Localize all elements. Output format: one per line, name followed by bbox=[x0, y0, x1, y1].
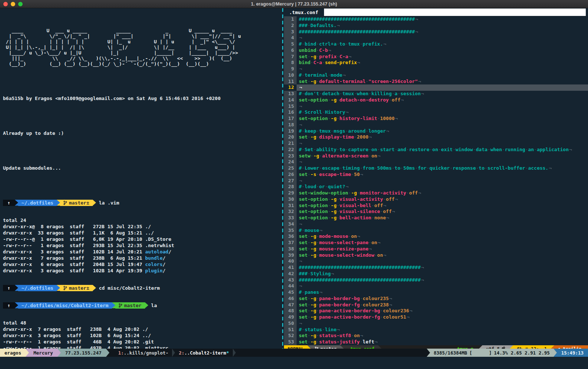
vim-line[interactable]: 10#·terminal·mode¬ bbox=[284, 72, 588, 79]
vim-line[interactable]: 23setw·-g·alternate-screen·on¬ bbox=[284, 153, 588, 159]
git-branch-icon bbox=[63, 286, 67, 290]
vim-line[interactable]: 19#·keep·tmux·msgs·around·longer¬ bbox=[284, 128, 588, 134]
vim-line[interactable]: 11set·-g·default-terminal·"screen-256col… bbox=[284, 79, 588, 85]
vim-line[interactable]: 17set-option·-g·history-limit·10000¬ bbox=[284, 116, 588, 122]
vim-line[interactable]: 5#·bind·ctrl+a·to·tmux·prefix.¬ bbox=[284, 41, 588, 47]
line-number: 41 bbox=[284, 265, 297, 271]
vim-line[interactable]: 42###·Styling¬ bbox=[284, 271, 588, 277]
vim-line[interactable]: 39set·-g·mouse-select-window·on¬ bbox=[284, 252, 588, 259]
vim-line[interactable]: 29set-window-option·-g·monitor-activity·… bbox=[284, 190, 588, 196]
vim-line[interactable]: 21¬ bbox=[284, 140, 588, 147]
vim-line[interactable]: 20set·-g·display-time·2000¬ bbox=[284, 134, 588, 140]
vim-line[interactable]: 6unbind·C-b¬ bbox=[284, 47, 588, 54]
powerline-arrow bbox=[554, 349, 557, 357]
vim-line[interactable]: 43######################################… bbox=[284, 277, 588, 283]
vim-line[interactable]: 14set-option·-g·detach-on-destroy·off¬ bbox=[284, 97, 588, 103]
powerline-arrow bbox=[106, 349, 109, 357]
git-branch-icon bbox=[119, 303, 122, 308]
prompt-branch-segment: master± bbox=[60, 285, 93, 291]
vim-line[interactable]: 8bind·C-a·send-prefix¬ bbox=[284, 60, 588, 66]
vim-line[interactable]: 37set·-g·mouse-select-pane·on¬ bbox=[284, 240, 588, 246]
vim-line[interactable]: 2###·Defaults.¬ bbox=[284, 23, 588, 29]
vim-line[interactable]: 50¬ bbox=[284, 320, 588, 327]
blank-line bbox=[3, 113, 282, 119]
prompt-line: ↑~/.dotfilesmaster±la .vim bbox=[3, 200, 282, 206]
vim-buffer[interactable]: 1#######################################… bbox=[284, 16, 588, 345]
file-row: drwxr-xr-x 6 eragos staff 204B 15 Jul 19… bbox=[3, 261, 282, 267]
memory-usage: 8385/16384MB bbox=[434, 350, 467, 356]
powerline-arrow bbox=[57, 349, 61, 357]
powerline-arrow bbox=[145, 302, 148, 308]
file-name: .DS_Store bbox=[145, 236, 171, 242]
vim-line[interactable]: 49set·-g·pane-active-border-fg·colour51¬ bbox=[284, 314, 588, 320]
window-separator-arrow bbox=[172, 349, 175, 357]
vim-line[interactable]: 44¬ bbox=[284, 283, 588, 289]
vim-line[interactable]: 53set·-g·status-justify·left¬ bbox=[284, 339, 588, 345]
vim-line[interactable]: 31set-option·-g·visual-bell·off¬ bbox=[284, 203, 588, 209]
tmux-pane-border[interactable] bbox=[282, 8, 283, 357]
vim-line[interactable]: 12¬ bbox=[284, 84, 588, 91]
vim-line[interactable]: 22#·Set·ability·to·capture·on·start·and·… bbox=[284, 147, 588, 153]
vim-line[interactable]: 9¬ bbox=[284, 66, 588, 72]
ascii-art: ____ U ___ u _____ _____ _ U _____ u ___… bbox=[3, 28, 282, 67]
vim-line[interactable]: 46set·-g·pane-border-bg·colour235¬ bbox=[284, 296, 588, 302]
vim-line[interactable]: 3#######################################… bbox=[284, 29, 588, 35]
vim-line[interactable]: 4¬ bbox=[284, 35, 588, 41]
vim-line[interactable]: 1#######################################… bbox=[284, 16, 588, 23]
vim-line[interactable]: 36set·-g·mode-mouse·on¬ bbox=[284, 233, 588, 240]
vim-line[interactable]: 26set·-s·escape-time·50¬ bbox=[284, 172, 588, 178]
prompt-path-segment: ~/.dotfiles bbox=[18, 285, 57, 291]
vim-line[interactable]: 48set·-g·pane-active-border-bg·colour236… bbox=[284, 308, 588, 314]
file-name: plugin bbox=[145, 268, 163, 273]
file-row: -rw-r--r--@ 1 eragos staff 6,0K 19 Apr 2… bbox=[3, 236, 282, 242]
vim-line[interactable]: 45#·panes¬ bbox=[284, 289, 588, 296]
tmux-window-1[interactable]: 1:..kills/gnuplot- bbox=[115, 349, 172, 357]
line-number: 36 bbox=[284, 233, 297, 240]
vim-line[interactable]: 52set·-g·status-utf8·on¬ bbox=[284, 333, 588, 339]
vim-pane[interactable]: .tmux.conf 1############################… bbox=[284, 8, 588, 357]
vim-line[interactable]: 15¬ bbox=[284, 103, 588, 110]
vim-line[interactable]: 51#·status·line¬ bbox=[284, 327, 588, 333]
line-number: 23 bbox=[284, 153, 297, 159]
vim-line[interactable]: 33set-option·-g·bell-action·none¬ bbox=[284, 215, 588, 221]
vim-line[interactable]: 35#·mouse¬ bbox=[284, 227, 588, 234]
vim-line[interactable]: 47set·-g·pane-border-fg·colour238¬ bbox=[284, 302, 588, 308]
line-number: 19 bbox=[284, 128, 297, 134]
powerline-arrow bbox=[15, 200, 18, 206]
line-number: 18 bbox=[284, 122, 297, 128]
line-number: 13 bbox=[284, 91, 297, 97]
tmux-window-2[interactable]: 2:..Cobalt2-iterm* bbox=[175, 349, 232, 357]
vim-line[interactable]: 41######################################… bbox=[284, 265, 588, 271]
vim-line[interactable]: 7set·-g·prefix·C-a¬ bbox=[284, 54, 588, 60]
vim-line[interactable]: 30set-option·-g·visual-activity·off¬ bbox=[284, 196, 588, 203]
vim-line[interactable]: 25#·Lower·escape·timing·from·500ms·to·50… bbox=[284, 165, 588, 172]
shell-pane[interactable]: ____ U ___ u _____ _____ _ U _____ u ___… bbox=[0, 8, 282, 357]
line-number: 17 bbox=[284, 116, 297, 122]
vim-line[interactable]: 18¬ bbox=[284, 122, 588, 128]
vim-line[interactable]: 38set·-g·mouse-resize-pane¬ bbox=[284, 246, 588, 252]
line-number: 26 bbox=[284, 172, 297, 178]
vim-line[interactable]: 16#·Scroll·History¬ bbox=[284, 109, 588, 116]
vim-line[interactable]: 40¬ bbox=[284, 258, 588, 265]
vim-line[interactable]: 28#·loud·or·quiet?¬ bbox=[284, 184, 588, 190]
terminal-window: 1. eragos@Mercury | 77.23.155.247 (sh) _… bbox=[0, 0, 588, 369]
vim-line[interactable]: 13#·don't·detach·tmux·when·killing·a·ses… bbox=[284, 91, 588, 97]
tmux-window-list: 1:..kills/gnuplot-2:..Cobalt2-iterm* bbox=[115, 349, 236, 357]
line-number: 6 bbox=[284, 47, 297, 54]
powerline-arrow bbox=[427, 349, 430, 357]
line-number: 34 bbox=[284, 221, 297, 227]
line-number: 24 bbox=[284, 159, 297, 165]
vim-line[interactable]: 32set-option·-g·visual-silence·off¬ bbox=[284, 209, 588, 215]
file-row: drwxr-xr-x@ 8 eragos staff 272B 15 Jul 2… bbox=[3, 223, 282, 230]
vim-tab[interactable]: .tmux.conf bbox=[284, 10, 324, 15]
tmux-bar-fill bbox=[236, 349, 427, 357]
shell-command: la .vim bbox=[99, 200, 119, 206]
line-number: 29 bbox=[284, 190, 297, 196]
vim-line[interactable]: 27¬ bbox=[284, 178, 588, 184]
prompt-branch-segment: master bbox=[115, 302, 145, 309]
vim-line[interactable]: 34¬ bbox=[284, 221, 588, 227]
line-number: 47 bbox=[284, 302, 297, 308]
vim-line[interactable]: 24¬ bbox=[284, 159, 588, 165]
update-submodules-line: Update submodules... bbox=[3, 165, 282, 171]
file-name: autoload bbox=[145, 249, 169, 255]
